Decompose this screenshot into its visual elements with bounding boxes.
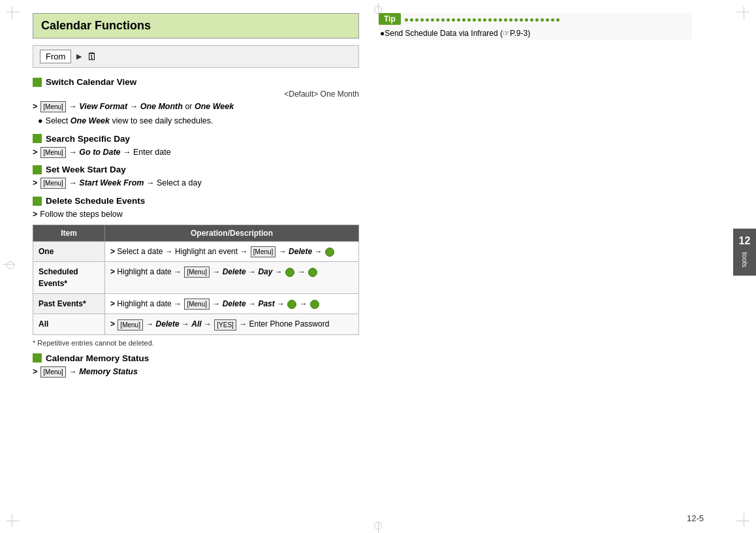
tip-dots: [405, 17, 692, 22]
table-row: One > Select a date → Highlight an event…: [33, 241, 359, 261]
tip-dot: [405, 18, 408, 22]
tip-box: Tip: [379, 13, 692, 40]
table-cell-item: ScheduledEvents*: [33, 262, 105, 294]
green-square-icon: [33, 165, 42, 174]
right-column: Tip: [379, 13, 692, 48]
tip-dot: [473, 18, 476, 22]
tip-dot: [447, 18, 450, 22]
table-row: All > [Menu] → Delete → All → [YES] → En…: [33, 314, 359, 334]
subsection-set-week-start-day: Set Week Start Day: [33, 165, 359, 174]
table-cell-item: All: [33, 314, 105, 334]
top-center-mark: [374, 3, 382, 14]
tip-dot: [441, 18, 445, 22]
table-row: ScheduledEvents* > Highlight a date → [M…: [33, 262, 359, 294]
chapter-tab: 12 tools: [733, 229, 756, 276]
bullet-one-week: ● Select One Week view to see daily sche…: [38, 115, 359, 127]
tip-content: ●Send Schedule Data via Infrared (☞P.9-3…: [380, 27, 692, 40]
tip-dot: [556, 18, 559, 22]
green-square-icon: [33, 134, 42, 143]
operations-table: Item Operation/Description One > Select …: [33, 225, 359, 335]
left-column: Calendar Functions From ▶ 🗓 Switch Calen…: [33, 13, 359, 380]
instruction-start-week-from: > [Menu] → Start Week From → Select a da…: [33, 177, 359, 189]
left-middle-mark: [3, 264, 15, 269]
tip-dot: [426, 18, 429, 22]
instruction-go-to-date: > [Menu] → Go to Date → Enter date: [33, 146, 359, 159]
corner-mark-tr: [730, 7, 749, 26]
corner-mark-tl: [7, 7, 26, 26]
table-cell-item: Past Events*: [33, 294, 105, 314]
table-cell-operation: > Select a date → Highlight an event → […: [105, 241, 359, 261]
tip-dot: [467, 18, 471, 22]
tip-dot: [546, 18, 549, 22]
default-text: <Default> One Month: [33, 89, 359, 99]
tip-header: Tip: [379, 13, 692, 25]
table-cell-item: One: [33, 241, 105, 261]
tip-dot: [478, 18, 481, 22]
subsection-calendar-memory-status: Calendar Memory Status: [33, 353, 359, 363]
table-cell-operation: > Highlight a date → [Menu] → Delete → D…: [105, 262, 359, 294]
tip-dot: [494, 18, 497, 22]
chapter-word: tools: [741, 252, 749, 267]
tip-dot: [504, 18, 507, 22]
table-header-operation: Operation/Description: [105, 225, 359, 241]
table-header-item: Item: [33, 225, 105, 241]
corner-mark-bl: [7, 507, 26, 526]
tip-dot: [488, 18, 492, 22]
tip-dot: [420, 18, 424, 22]
subsection-delete-schedule-events: Delete Schedule Events: [33, 196, 359, 206]
instruction-view-format: > [Menu] → View Format → One Month or On…: [33, 101, 359, 113]
page-title: Calendar Functions: [33, 13, 359, 39]
tip-dot: [520, 18, 523, 22]
nav-bar: From ▶ 🗓: [33, 45, 359, 68]
bottom-center-mark: [374, 522, 382, 530]
green-square-icon: [33, 197, 42, 206]
table-cell-operation: > Highlight a date → [Menu] → Delete → P…: [105, 294, 359, 314]
tip-dot: [551, 18, 554, 22]
calendar-icon: 🗓: [87, 51, 97, 63]
tip-dot: [499, 18, 502, 22]
tip-dot: [452, 18, 455, 22]
page-number: 12-5: [687, 513, 704, 523]
tip-dot: [535, 18, 539, 22]
tip-dot: [462, 18, 465, 22]
chapter-number: 12: [736, 235, 753, 247]
corner-mark-br: [730, 507, 749, 526]
tip-dot: [525, 18, 528, 22]
tip-dot: [415, 18, 418, 22]
tip-dot: [436, 18, 439, 22]
from-button[interactable]: From: [40, 50, 71, 63]
instruction-follow-steps: > Follow the steps below: [33, 208, 359, 221]
nav-arrow: ▶: [76, 52, 82, 61]
green-square-icon: [33, 78, 42, 87]
tip-dot: [483, 18, 486, 22]
tip-dot: [541, 18, 544, 22]
subsection-switch-calendar-view: Switch Calendar View: [33, 77, 359, 87]
table-row: Past Events* > Highlight a date → [Menu]…: [33, 294, 359, 314]
tip-dot: [530, 18, 533, 22]
table-cell-operation: > [Menu] → Delete → All → [YES] → Enter …: [105, 314, 359, 334]
green-square-icon: [33, 353, 42, 363]
tip-dot: [514, 18, 518, 22]
tip-dot: [431, 18, 434, 22]
tip-dot: [509, 18, 512, 22]
instruction-memory-status: > [Menu] → Memory Status: [33, 366, 359, 378]
table-footnote: * Repetitive entries cannot be deleted.: [33, 339, 359, 347]
tip-label: Tip: [379, 13, 401, 25]
subsection-search-specific-day: Search Specific Day: [33, 134, 359, 144]
tip-dot: [457, 18, 460, 22]
tip-dot: [410, 18, 413, 22]
